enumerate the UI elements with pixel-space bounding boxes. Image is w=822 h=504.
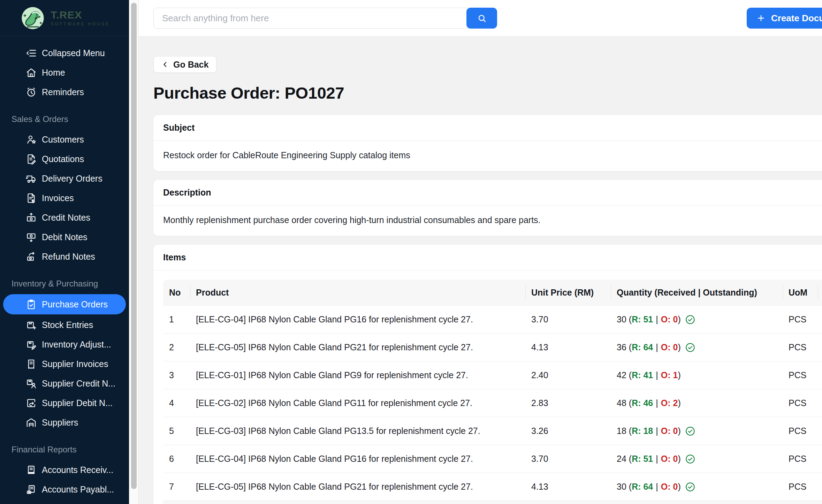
ledger-icon	[25, 464, 37, 476]
cell-uom: PCS	[783, 370, 818, 380]
cell-product: [ELE-CG-05] IP68 Nylon Cable Gland PG21 …	[190, 342, 525, 352]
create-document-button[interactable]: Create Docu	[747, 8, 822, 29]
sidebar-item-refund-notes[interactable]: Refund Notes	[0, 247, 129, 266]
chevron-left-icon	[161, 61, 169, 68]
sidebar-item-label: Inventory Adjust...	[42, 339, 111, 350]
sidebar-item-label: Supplier Debit N...	[42, 398, 113, 408]
topbar: Create Docu	[139, 0, 822, 37]
cell-no: 3	[163, 370, 190, 380]
sidebar-item-inventory-adjustments[interactable]: Inventory Adjust...	[0, 335, 129, 354]
sidebar-item-label: Accounts Receiv...	[42, 465, 113, 475]
sidebar-section-sales-orders: Sales & Orders	[0, 114, 129, 124]
col-header-quantity: Quantity (Received | Outstanding)	[611, 280, 783, 305]
cell-unit-price: 2.40	[525, 370, 611, 380]
cell-quantity: 48(R: 46|O: 2)	[611, 398, 783, 408]
col-header-unit-price: Unit Price (RM)	[525, 280, 611, 305]
cell-quantity: 42(R: 41|O: 1)	[611, 370, 783, 380]
description-card-title: Description	[153, 180, 822, 205]
sidebar-item-debit-notes[interactable]: Debit Notes	[0, 227, 129, 247]
box-return-icon	[25, 397, 37, 409]
table-row: 7 [ELE-CG-05] IP68 Nylon Cable Gland PG2…	[163, 473, 822, 501]
sidebar-item-supplier-invoices[interactable]: Supplier Invoices	[0, 354, 129, 374]
sidebar-item-label: Reminders	[42, 87, 84, 97]
search-bar	[153, 8, 497, 29]
col-header-no: No	[163, 280, 190, 305]
cell-unit-price: 4.13	[525, 482, 611, 492]
sidebar-item-accounts-receivable[interactable]: Accounts Receiv...	[0, 460, 129, 480]
sidebar-item-label: Stock Entries	[42, 320, 93, 330]
items-table-header: No Product Unit Price (RM) Quantity (Rec…	[163, 280, 822, 305]
cell-unit-price: 2.83	[525, 398, 611, 408]
sidebar-item-delivery-orders[interactable]: Delivery Orders	[0, 169, 129, 188]
table-row: 5 [ELE-CG-03] IP68 Nylon Cable Gland PG1…	[163, 417, 822, 445]
sidebar-item-accounts-payable[interactable]: Accounts Payabl...	[0, 480, 129, 499]
box-pencil-icon	[25, 338, 37, 350]
search-icon	[477, 14, 487, 23]
vertical-scrollbar[interactable]	[129, 0, 139, 504]
go-back-button[interactable]: Go Back	[153, 56, 216, 73]
customer-star-icon	[25, 133, 37, 145]
create-document-label: Create Docu	[771, 13, 822, 24]
sidebar-item-credit-notes[interactable]: Credit Notes	[0, 208, 129, 227]
clipboard-check-icon	[25, 298, 37, 310]
scrollbar-thumb[interactable]	[131, 3, 137, 489]
sidebar-item-supplier-credit-notes[interactable]: Supplier Credit N...	[0, 374, 129, 393]
sidebar-item-purchase-orders[interactable]: Purchase Orders	[3, 294, 126, 314]
cell-no: 2	[163, 342, 190, 352]
cell-uom: PCS	[783, 314, 818, 324]
document-dollar-icon	[25, 192, 37, 204]
sidebar-item-label: Quotations	[42, 154, 84, 164]
sidebar-item-label: Delivery Orders	[42, 174, 102, 184]
sidebar-item-label: Supplier Credit N...	[42, 379, 115, 389]
sidebar-item-quotations[interactable]: Quotations	[0, 149, 129, 169]
table-row: 2 [ELE-CG-05] IP68 Nylon Cable Gland PG2…	[163, 333, 822, 361]
main-area: Create Docu Go Back Purchase Order: PO10…	[139, 0, 822, 504]
cell-no: 1	[163, 314, 190, 324]
search-button[interactable]	[466, 8, 497, 29]
cell-uom: PCS	[783, 454, 818, 464]
quantity-complete-icon	[685, 426, 695, 436]
quantity-complete-icon	[685, 314, 695, 325]
sidebar-nav: Collapsed Menu Home Reminders Sales & Or…	[0, 36, 129, 499]
sidebar-item-collapsed-menu[interactable]: Collapsed Menu	[0, 43, 129, 63]
sidebar-item-supplier-debit-notes[interactable]: Supplier Debit N...	[0, 393, 129, 413]
sidebar-item-label: Refund Notes	[42, 252, 95, 262]
sidebar-item-label: Purchase Orders	[42, 299, 108, 310]
cell-unit-price: 3.70	[525, 314, 611, 324]
plus-icon	[756, 14, 766, 23]
cell-quantity: 36(R: 64|O: 0)	[611, 342, 783, 353]
collapse-menu-icon	[25, 47, 37, 59]
brand-tagline: SOFTWARE HOUSE	[51, 22, 110, 26]
sidebar-item-reminders[interactable]: Reminders	[0, 82, 129, 102]
description-card: Description Monthly replenishment purcha…	[153, 180, 822, 236]
table-row: 6 [ELE-CG-04] IP68 Nylon Cable Gland PG1…	[163, 445, 822, 473]
cell-product: [ELE-CG-01] IP68 Nylon Cable Gland PG9 f…	[190, 370, 525, 380]
trex-dino-logo-icon	[19, 5, 46, 32]
quantity-complete-icon	[685, 454, 695, 464]
brand-logo: T.REX SOFTWARE HOUSE	[0, 0, 129, 36]
box-person-icon	[25, 377, 37, 389]
subject-card-title: Subject	[153, 115, 822, 140]
sidebar-item-customers[interactable]: Customers	[0, 130, 129, 149]
truck-icon	[25, 173, 37, 184]
cell-no: 6	[163, 454, 190, 464]
cell-product: [ELE-CG-05] IP68 Nylon Cable Gland PG21 …	[190, 482, 525, 492]
search-input[interactable]	[153, 8, 471, 29]
cell-unit-price: 3.26	[525, 426, 611, 436]
cell-quantity: 30(R: 51|O: 0)	[611, 314, 783, 325]
sidebar-item-suppliers[interactable]: Suppliers	[0, 413, 129, 432]
quantity-complete-icon	[685, 482, 695, 492]
document-pencil-icon	[25, 153, 37, 165]
warehouse-icon	[25, 417, 37, 428]
sidebar-item-invoices[interactable]: Invoices	[0, 188, 129, 208]
table-row: 4 [ELE-CG-02] IP68 Nylon Cable Gland PG1…	[163, 389, 822, 417]
sidebar-section-financial-reports: Financial Reports	[0, 445, 129, 455]
sidebar-item-stock-entries[interactable]: Stock Entries	[0, 315, 129, 335]
sidebar-item-home[interactable]: Home	[0, 63, 129, 82]
sub-total-label: Sub Total:	[611, 501, 783, 504]
cell-quantity: 30(R: 64|O: 0)	[611, 482, 783, 492]
cell-no: 5	[163, 426, 190, 436]
sidebar-item-label: Credit Notes	[42, 213, 90, 223]
banknote-arrow-up-icon	[25, 212, 37, 223]
col-header-product: Product	[190, 280, 525, 305]
